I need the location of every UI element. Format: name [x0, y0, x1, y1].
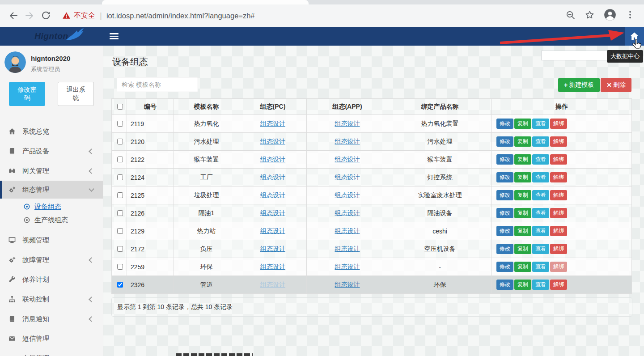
- config-design-link-pc[interactable]: 组态设计: [260, 191, 285, 199]
- row-checkbox[interactable]: [117, 157, 123, 162]
- delete-button[interactable]: ✕ 删除: [601, 78, 631, 92]
- config-design-link-app[interactable]: 组态设计: [335, 281, 360, 288]
- template-search-input[interactable]: [117, 77, 198, 92]
- view-button[interactable]: 查看: [532, 262, 549, 272]
- config-design-link-pc[interactable]: 组态设计: [260, 263, 285, 270]
- copy-button[interactable]: 复制: [514, 136, 531, 147]
- config-design-link-app[interactable]: 组态设计: [335, 138, 360, 145]
- row-checkbox[interactable]: [117, 210, 123, 216]
- sidebar-item-maintenance-plan[interactable]: 保养计划: [0, 270, 103, 289]
- config-design-link-pc[interactable]: 组态设计: [260, 245, 285, 252]
- copy-button[interactable]: 复制: [514, 119, 531, 129]
- unbind-button[interactable]: 解绑: [550, 226, 567, 236]
- row-checkbox[interactable]: [117, 228, 123, 234]
- config-design-link-app[interactable]: 组态设计: [335, 245, 360, 252]
- sidebar-item-product-device[interactable]: 产品设备: [0, 141, 103, 161]
- unbind-button[interactable]: 解绑: [550, 136, 567, 147]
- select-all-checkbox[interactable]: [117, 104, 123, 110]
- global-search-input[interactable]: [541, 51, 612, 60]
- edit-button[interactable]: 修改: [496, 262, 513, 272]
- unbind-button[interactable]: 解绑: [550, 190, 567, 200]
- sidebar-item-message-notify[interactable]: 消息通知: [0, 309, 103, 329]
- unbind-button[interactable]: 解绑: [550, 172, 567, 182]
- sidebar-item-fault-mgmt[interactable]: 故障管理: [0, 250, 103, 270]
- browser-menu-button[interactable]: [625, 10, 635, 21]
- view-button[interactable]: 查看: [532, 244, 549, 254]
- config-design-link-pc[interactable]: 组态设计: [260, 227, 285, 234]
- edit-button[interactable]: 修改: [496, 244, 513, 254]
- config-design-link-pc[interactable]: 组态设计: [260, 156, 285, 163]
- unbind-button[interactable]: 解绑: [550, 154, 567, 165]
- sidebar-item-linkage-control[interactable]: 联动控制: [0, 289, 103, 309]
- sidebar-item-sms-mgmt[interactable]: 短信管理: [0, 329, 103, 348]
- view-button[interactable]: 查看: [532, 119, 549, 129]
- config-design-link-pc[interactable]: 组态设计: [260, 120, 285, 127]
- sidebar-item-device-config[interactable]: 设备组态: [0, 200, 103, 213]
- config-design-link-pc[interactable]: 组态设计: [260, 281, 285, 288]
- edit-button[interactable]: 修改: [496, 154, 513, 165]
- home-button[interactable]: [625, 27, 644, 46]
- reload-button[interactable]: [38, 8, 54, 24]
- copy-button[interactable]: 复制: [514, 280, 531, 290]
- browser-active-tab[interactable]: [102, 0, 309, 4]
- edit-button[interactable]: 修改: [496, 136, 513, 147]
- logout-button[interactable]: 退出系统: [58, 82, 94, 106]
- sidebar-item-gateway-mgmt[interactable]: 网关管理: [0, 161, 103, 181]
- copy-button[interactable]: 复制: [514, 190, 531, 200]
- config-design-link-app[interactable]: 组态设计: [335, 156, 360, 163]
- row-checkbox[interactable]: [117, 121, 123, 127]
- bookmark-button[interactable]: [585, 10, 595, 22]
- copy-button[interactable]: 复制: [514, 208, 531, 218]
- copy-button[interactable]: 复制: [514, 262, 531, 272]
- view-button[interactable]: 查看: [532, 280, 549, 290]
- unbind-button[interactable]: 解绑: [550, 119, 567, 129]
- sidebar-item-line-config[interactable]: 生产线组态: [0, 213, 103, 227]
- view-button[interactable]: 查看: [532, 154, 549, 165]
- copy-button[interactable]: 复制: [514, 154, 531, 165]
- profile-button[interactable]: [604, 8, 616, 23]
- config-design-link-app[interactable]: 组态设计: [335, 191, 360, 199]
- unbind-button[interactable]: 解绑: [550, 280, 567, 290]
- unbind-button[interactable]: 解绑: [550, 244, 567, 254]
- address-bar[interactable]: 不安全 | iot.idosp.net/admin/index.html?lan…: [62, 11, 565, 21]
- forward-button[interactable]: [21, 8, 38, 24]
- edit-button[interactable]: 修改: [496, 172, 513, 182]
- sidebar-item-video-mgmt[interactable]: 视频管理: [0, 230, 103, 250]
- row-checkbox[interactable]: [117, 174, 123, 180]
- security-warning-label[interactable]: 不安全: [74, 11, 95, 21]
- url-text[interactable]: iot.idosp.net/admin/index.html?language=…: [106, 12, 255, 20]
- config-design-link-pc[interactable]: 组态设计: [260, 174, 285, 181]
- row-checkbox[interactable]: [117, 192, 123, 198]
- row-checkbox[interactable]: [117, 139, 123, 144]
- copy-button[interactable]: 复制: [514, 172, 531, 182]
- edit-button[interactable]: 修改: [496, 208, 513, 218]
- new-template-button[interactable]: + 新建模板: [558, 78, 600, 92]
- unbind-button[interactable]: 解绑: [550, 208, 567, 218]
- copy-button[interactable]: 复制: [514, 244, 531, 254]
- edit-button[interactable]: 修改: [496, 226, 513, 236]
- config-design-link-pc[interactable]: 组态设计: [260, 209, 285, 216]
- view-button[interactable]: 查看: [532, 208, 549, 218]
- config-design-link-app[interactable]: 组态设计: [335, 227, 360, 234]
- config-design-link-app[interactable]: 组态设计: [335, 120, 360, 127]
- back-button[interactable]: [5, 8, 21, 24]
- view-button[interactable]: 查看: [532, 190, 549, 200]
- view-button[interactable]: 查看: [532, 172, 549, 182]
- config-design-link-app[interactable]: 组态设计: [335, 263, 360, 270]
- sidebar-item-system-overview[interactable]: 系统总览: [0, 122, 103, 141]
- brand-logo[interactable]: Hignton: [0, 27, 103, 46]
- row-checkbox[interactable]: [117, 264, 123, 270]
- edit-button[interactable]: 修改: [496, 190, 513, 200]
- zoom-out-button[interactable]: [565, 10, 576, 22]
- row-checkbox[interactable]: [117, 282, 123, 288]
- config-design-link-app[interactable]: 组态设计: [335, 174, 360, 181]
- edit-button[interactable]: 修改: [496, 280, 513, 290]
- edit-button[interactable]: 修改: [496, 119, 513, 129]
- copy-button[interactable]: 复制: [514, 226, 531, 236]
- config-design-link-pc[interactable]: 组态设计: [260, 138, 285, 145]
- change-password-button[interactable]: 修改密码: [9, 82, 45, 106]
- view-button[interactable]: 查看: [532, 226, 549, 236]
- sidebar-item-space-mgmt[interactable]: 空间管理: [0, 348, 103, 356]
- config-design-link-app[interactable]: 组态设计: [335, 209, 360, 216]
- sidebar-toggle-button[interactable]: [110, 32, 119, 41]
